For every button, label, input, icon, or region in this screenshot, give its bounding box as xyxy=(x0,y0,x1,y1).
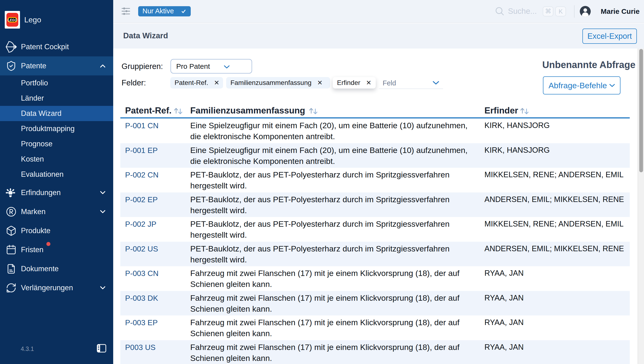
svg-text:LEGO: LEGO xyxy=(8,18,17,22)
